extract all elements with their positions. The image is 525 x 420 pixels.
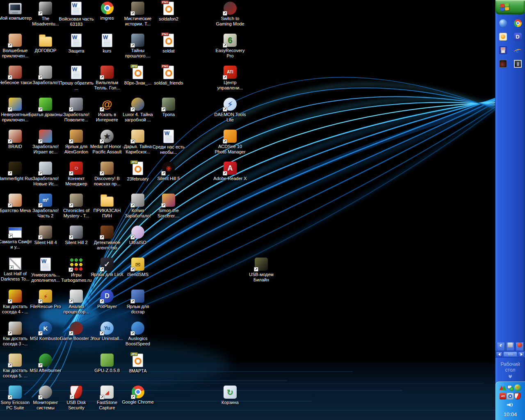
desktop-icon[interactable]: ПРИКАЗСАН ПИН xyxy=(92,194,122,219)
desktop-icon[interactable]: 6 EasyRecovery Pro xyxy=(215,34,245,59)
desktop-icon[interactable]: ◢ FastStone Capture xyxy=(92,386,122,411)
desktop-icon[interactable]: Мониторинг системы xyxy=(30,386,61,411)
clock[interactable]: 10:04 xyxy=(496,411,524,418)
taskbar-window-button[interactable] xyxy=(506,342,514,351)
desktop-icon[interactable]: Детективное агентство xyxy=(92,226,122,251)
desktop-icon[interactable]: USB Disk Security xyxy=(61,386,91,411)
desktop-icon[interactable]: ○ Коннект Менеджер xyxy=(61,162,91,187)
quick-launch-image-thumbnail-dark[interactable] xyxy=(498,59,507,68)
desktop-icon[interactable]: Ярлык для dccrap xyxy=(123,290,153,315)
desktop-icon[interactable]: Тропа xyxy=(153,98,184,117)
scroll-right-button[interactable] xyxy=(518,352,525,357)
desktop-icon[interactable]: Братья драконы xyxy=(30,98,61,117)
desktop-icon[interactable]: ↻ Корзина xyxy=(215,386,245,405)
desktop-icon[interactable]: Last Half of Darkness To... xyxy=(0,258,30,282)
desktop-icon[interactable]: Silent Hill 2 xyxy=(61,226,91,245)
desktop-icon[interactable]: @ Искать в Интернете xyxy=(92,98,122,123)
desktop-icon[interactable]: Hammerfight Rus xyxy=(0,162,30,181)
tray-ati-control[interactable]: ATI xyxy=(500,393,506,399)
tray-antivirus-logo[interactable] xyxy=(500,384,506,391)
desktop-icon[interactable]: Sony Ericsson PC Suite xyxy=(0,386,30,411)
desktop-icon[interactable]: PNG soldati_friends xyxy=(153,66,184,86)
desktop-icon[interactable]: Switch to Gaming Mode xyxy=(215,2,245,27)
desktop-icon[interactable]: Саманта Свифт и у... xyxy=(0,226,30,250)
desktop-icon[interactable]: K MSI Kombustor xyxy=(30,322,61,341)
taskbar-window-button[interactable]: e xyxy=(497,342,505,351)
scroll-left-button[interactable] xyxy=(496,352,502,357)
desktop-icon[interactable]: BRAID xyxy=(0,130,30,149)
desktop-icon[interactable]: Небесное такси xyxy=(0,66,30,85)
desktop-icon[interactable]: JPG 8МАРТА xyxy=(123,354,153,374)
desktop-icon[interactable]: ✓ Ярлык для LinX xyxy=(92,258,122,277)
desktop-icon[interactable]: Заработало! Повелите... xyxy=(61,98,91,123)
desktop-icon[interactable]: m² Заработало! Часть 2 xyxy=(30,194,61,219)
quick-launch-chrome[interactable] xyxy=(513,18,522,27)
desktop-icon[interactable]: W Прошу обратить ... xyxy=(61,66,91,91)
tray-usb-security-shield[interactable] xyxy=(514,393,521,399)
desktop-icon[interactable]: Google Chrome xyxy=(123,386,153,405)
desktop-icon[interactable]: W Универсаль... дополнител... xyxy=(30,258,61,283)
quick-launch-potplayer[interactable]: D xyxy=(513,32,522,41)
desktop-icon[interactable]: Мистические истории. Т... xyxy=(123,2,153,27)
desktop-icon[interactable]: ДОГОВОР xyxy=(30,34,61,53)
desktop-icon[interactable]: Вильгельм Телль. Гол... xyxy=(92,66,122,91)
quick-launch-floppy[interactable] xyxy=(498,46,507,55)
desktop-icon[interactable]: PNG soldafon2 xyxy=(153,2,184,22)
desktop-icon[interactable]: Luxor 4. Тайна загробной ... xyxy=(123,98,153,123)
desktop-icon[interactable]: Игры Turbogames.ru xyxy=(61,258,91,283)
desktop-icon[interactable]: Волшебные приключен... xyxy=(0,34,30,59)
taskbar-window-button[interactable] xyxy=(516,342,524,351)
desktop-icon[interactable]: Заработало! Новые Ис... xyxy=(30,162,61,187)
desktop-icon[interactable]: ◉ Silent Hill 5 xyxy=(153,162,184,181)
desktop-icon[interactable]: Как достать соседа 5. ... xyxy=(0,354,30,379)
desktop-icon[interactable]: ⚡ DAEMON Tools Lite xyxy=(215,98,245,123)
quick-launch-mail-agent[interactable] xyxy=(498,32,507,41)
desktop-icon[interactable]: W kurs xyxy=(92,34,122,54)
desktop-icon[interactable]: D PotPlayer xyxy=(92,290,122,309)
desktop-icon[interactable]: Заработало! xyxy=(30,66,61,85)
chevron-expand-icon[interactable] xyxy=(495,374,525,381)
desktop-icon[interactable]: Невероятные приключен... xyxy=(0,98,30,123)
desktop-icon[interactable]: Yu Your Uninstall... xyxy=(92,322,122,341)
desktop-icon[interactable]: Silent Hill 4 xyxy=(30,226,61,245)
desktop-icon[interactable]: A Adobe Reader X xyxy=(215,162,245,181)
quick-launch-internet-explorer[interactable]: e xyxy=(513,46,522,55)
desktop-icon[interactable]: MSI Afterburner xyxy=(30,354,61,373)
desktop-icon[interactable]: W Среди нас есть необы... xyxy=(153,130,184,155)
desktop-icon[interactable]: PNG soldat xyxy=(153,34,184,54)
desktop-icon[interactable]: imgres xyxy=(92,2,122,21)
desktop-icon[interactable]: W Защита xyxy=(61,34,91,54)
desktop-icon[interactable]: ATI Центр управлени... xyxy=(215,66,245,91)
desktop-icon[interactable]: Тайны прошлого.... xyxy=(123,34,153,59)
desktop-icon[interactable]: ✉ iSendSMS xyxy=(123,258,153,277)
desktop-icon[interactable]: Как достать соседа 4 - ... xyxy=(0,290,30,315)
desktop-icon[interactable]: Ярлык для AlexGordon xyxy=(61,130,91,155)
desktop-icon[interactable]: ★ Medal of Honor - Pacific Assault xyxy=(92,130,122,155)
desktop-icon[interactable]: Chronicles of Mystery - T... xyxy=(61,194,91,219)
tray-download-master[interactable] xyxy=(514,384,521,391)
desktop-icon[interactable]: Как достать соседа 3 -... xyxy=(0,322,30,347)
desktop-icon[interactable]: The Misadventu... xyxy=(30,2,61,27)
desktop-icon[interactable]: Братство Меча xyxy=(0,194,30,213)
desktop-icon[interactable]: UltraISO xyxy=(123,226,153,245)
desktop-icon[interactable]: ⚡ FileRescue Pro xyxy=(30,290,61,309)
desktop-icon[interactable]: Копия Заработало! xyxy=(123,194,153,219)
desktop-icon[interactable]: Заработало! Играет вс... xyxy=(30,130,61,155)
desktop-icon[interactable]: USB-модем Билайн xyxy=(246,258,276,283)
desktop-icon[interactable]: Simon the Sorcerer.... xyxy=(153,194,184,219)
desktop-icon[interactable]: Auslogics BoostSpeed xyxy=(123,322,153,347)
desktop-icon[interactable]: Анализ процессор... xyxy=(61,290,91,315)
desktop-icon[interactable]: Дарья. Тайна Карибског... xyxy=(123,130,153,155)
start-button[interactable] xyxy=(495,0,525,14)
scroll-thumb[interactable] xyxy=(503,352,517,357)
desktop-icon[interactable]: Мой компьютер xyxy=(0,2,30,21)
quick-launch-internet-globe[interactable] xyxy=(498,18,507,27)
desktop-icon[interactable]: Discovery! В поисках пр... xyxy=(92,162,122,187)
desktop-icon[interactable]: JPG 23february xyxy=(123,162,153,182)
desktop-icon[interactable]: JPG 80px-Знак_... xyxy=(123,66,153,86)
tray-ad-watch-eye[interactable] xyxy=(507,393,514,399)
desktop-icon[interactable]: ACDSee 10 Photo Manager xyxy=(215,130,245,155)
desktop-icon[interactable]: Game Booster 3 xyxy=(61,322,91,341)
tray-volume[interactable] xyxy=(507,402,514,408)
desktop-icon[interactable]: GPU-Z.0.5.8 xyxy=(92,354,122,373)
